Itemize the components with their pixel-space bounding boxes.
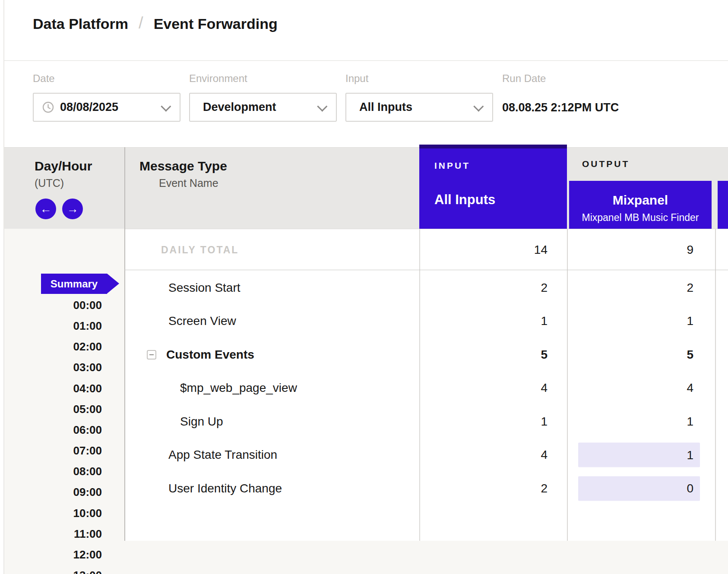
input-column-title: All Inputs [434,192,495,208]
message-type-title: Message Type [139,159,227,173]
hour-slot[interactable]: 06:00 [9,423,102,437]
daily-total-divider [124,270,728,270]
row-input-value: 2 [541,482,548,495]
hour-slot[interactable]: 11:00 [9,527,102,541]
row-input-value: 1 [541,415,548,429]
highlighted-cell: 1 [578,443,700,467]
environment-dropdown[interactable]: Development [189,93,337,122]
collapse-minus-icon[interactable] [147,350,156,360]
row-label: Screen View [168,314,236,328]
row-output-value: 2 [687,281,693,295]
breadcrumb-separator: / [139,14,143,32]
chevron-down-icon [161,101,171,112]
hour-slot[interactable]: 10:00 [9,506,102,520]
row-label: Session Start [168,281,241,295]
row-output-value: 5 [687,348,693,362]
arrow-right-icon: → [67,202,79,216]
environment-filter-label: Environment [189,73,247,85]
output-column-title: Mixpanel [569,193,712,208]
input-dropdown[interactable]: All Inputs [345,93,493,122]
day-hour-title: Day/Hour [35,159,92,173]
row-input-value: 5 [541,348,548,362]
date-filter-label: Date [33,73,55,85]
hour-slot[interactable]: 04:00 [9,382,102,395]
hour-slot[interactable]: 01:00 [9,319,102,333]
hour-slot[interactable]: 02:00 [9,340,102,353]
summary-tab[interactable]: Summary [41,274,107,294]
date-dropdown[interactable]: 08/08/2025 [33,93,180,122]
date-value: 08/08/2025 [60,101,118,114]
chevron-down-icon [473,101,484,112]
input-column-header[interactable]: INPUT All Inputs [419,145,567,229]
input-value: All Inputs [359,101,412,114]
row-label: User Identity Change [168,482,282,495]
next-output-column-partial[interactable] [718,181,728,229]
header-divider [4,60,728,61]
row-input-value: 1 [541,314,548,328]
table-footer-band [124,541,728,574]
daily-total-output-value: 9 [687,243,693,257]
hour-slot[interactable]: 08:00 [9,464,102,478]
hour-slot[interactable]: 13:00 [9,568,102,574]
row-input-value: 4 [541,381,548,395]
breadcrumb: Data Platform / Event Forwarding [33,15,278,33]
row-label: App State Transition [168,448,277,462]
row-label: Custom Events [166,348,254,362]
row-label: $mp_web_page_view [180,381,297,395]
row-output-value: 1 [687,448,693,462]
hour-slot[interactable]: 12:00 [9,548,102,561]
row-output-value: 4 [687,381,693,395]
message-type-subtitle: Event Name [159,177,218,189]
run-date-value: 08.08.25 2:12PM UTC [502,101,619,114]
input-column-active-strip [419,145,567,148]
row-label: Sign Up [180,415,223,429]
breadcrumb-parent[interactable]: Data Platform [33,16,128,32]
hour-slot[interactable]: 09:00 [9,485,102,499]
event-forwarding-page: Data Platform / Event Forwarding Date 08… [0,0,728,574]
input-filter-label: Input [345,73,368,85]
hour-slot[interactable]: 03:00 [9,360,102,374]
hour-sidebar: Summary 00:00 01:00 02:00 03:00 04:00 05… [4,229,124,574]
row-input-value: 2 [541,281,548,295]
output-column-header[interactable]: Mixpanel Mixpanel MB Music Finder [569,181,712,229]
output-section-label: OUTPUT [582,159,630,169]
chevron-down-icon [317,101,327,112]
table-header-bottom-line [124,229,728,229]
summary-tab-arrow [107,274,119,293]
row-output-value: 0 [687,482,693,495]
row-output-value: 1 [687,415,693,429]
hour-slot[interactable]: 07:00 [9,444,102,457]
hour-slot[interactable]: 05:00 [9,402,102,416]
arrow-left-icon: ← [40,202,52,216]
environment-value: Development [203,101,276,114]
next-day-button[interactable]: → [62,199,83,219]
hour-slot[interactable]: 00:00 [9,298,102,312]
input-section-label: INPUT [434,161,470,171]
daily-total-input-value: 14 [534,243,548,257]
previous-day-button[interactable]: ← [35,199,56,219]
page-title: Event Forwarding [154,16,278,32]
highlighted-cell: 0 [578,476,700,501]
clock-icon [42,101,54,113]
row-output-value: 1 [687,314,693,328]
table-header-top-line [4,147,728,148]
run-date-label: Run Date [502,73,546,85]
daily-total-label: DAILY TOTAL [161,244,239,256]
day-hour-subtitle: (UTC) [35,177,64,189]
output-column-subtitle: Mixpanel MB Music Finder [569,212,712,224]
row-input-value: 4 [541,448,548,462]
